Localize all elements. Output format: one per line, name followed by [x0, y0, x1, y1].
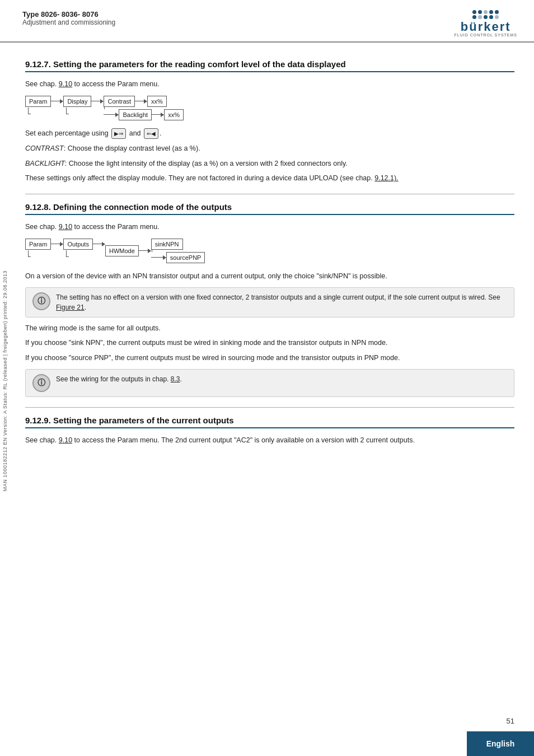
brand-tagline: FLUID CONTROL SYSTEMS — [454, 33, 517, 37]
section-9128-intro: See chap. 9.10 to access the Param menu. — [25, 222, 514, 232]
logo-dots — [472, 10, 499, 19]
fd2-hline2 — [93, 244, 102, 244]
fd2-hline4 — [154, 257, 163, 258]
fd2-arrow-seg1 — [51, 242, 63, 246]
fd2-param-row: Param — [25, 238, 63, 250]
fd-box-backlight: Backlight — [119, 109, 152, 120]
logo-dot — [484, 10, 488, 14]
fd2-box-param: Param — [25, 239, 51, 250]
fd-hline3 — [135, 101, 144, 101]
fd-backlight-arrow — [106, 113, 119, 117]
page-header: Type 8026- 8036- 8076 Adjustment and com… — [0, 0, 534, 43]
separator-2 — [25, 407, 514, 408]
document-type: Type 8026- 8036- 8076 — [22, 10, 115, 18]
logo-dot — [495, 15, 499, 19]
document-subtitle: Adjustment and commissioning — [22, 18, 115, 26]
header-left: Type 8026- 8036- 8076 Adjustment and com… — [22, 10, 115, 26]
link-figure21[interactable]: Figure 21 — [56, 304, 85, 311]
section-9127-backlight-para: BACKLIGHT: Choose the light intensity of… — [25, 158, 514, 169]
fd2-sink-col: sinkNPN sourcePNP — [151, 239, 205, 263]
note-box-1: ⓘ The setting has no effect on a version… — [25, 287, 514, 318]
link-9.10-3[interactable]: 9.10 — [59, 436, 72, 444]
backlight-label: BACKLIGHT — [25, 160, 65, 167]
section-9128-para3: If you choose "sink NPN", the current ou… — [25, 338, 514, 348]
fd2-hline3 — [139, 250, 148, 251]
section-9128-title: 9.12.8. Defining the connection mode of … — [25, 202, 232, 212]
fd-box-xx2: xx% — [164, 109, 184, 120]
main-content: 9.12.7. Setting the parameters for the r… — [0, 43, 534, 461]
section-9127-title: 9.12.7. Setting the parameters for the r… — [25, 59, 346, 69]
fd-contrast-row: Contrast xx% — [104, 96, 183, 107]
link-9.10-2[interactable]: 9.10 — [59, 223, 72, 231]
fd-corner-param — [28, 111, 31, 114]
fd2-sourcepnp-arrow — [154, 255, 166, 260]
fd2-corner-outputs — [66, 254, 69, 257]
brand-name: bürkert — [461, 21, 511, 33]
logo-dot — [495, 10, 499, 14]
fd2-box-sinknpn: sinkNPN — [151, 239, 183, 250]
sidebar-label: MAN 1000182212 EN Version: A Status: RL … — [2, 270, 8, 491]
fd-display-row: Display — [63, 95, 104, 108]
fd-hline — [51, 101, 60, 101]
section-9127-contrast-para: CONTRAST: Choose the display contrast le… — [25, 143, 514, 154]
note-box-2: ⓘ See the wiring for the outputs in chap… — [25, 369, 514, 397]
section-9129-intro: See chap. 9.10 to access the Param menu.… — [25, 435, 514, 446]
fd2-corner-param — [28, 254, 31, 257]
fd-corner-display — [66, 111, 69, 114]
fd-hline4 — [106, 114, 115, 115]
sidebar-text-area: MAN 1000182212 EN Version: A Status: RL … — [0, 45, 10, 717]
note-text-2: See the wiring for the outputs in chap. … — [56, 374, 507, 384]
note-icon-2: ⓘ — [32, 374, 50, 392]
section-9128-heading: 9.12.8. Defining the connection mode of … — [25, 202, 514, 215]
fd2-sourcepnp-row: sourcePNP — [151, 252, 205, 263]
fd-param-row: Param — [25, 95, 63, 108]
fd-backlight-row: Backlight xx% — [104, 109, 183, 120]
fd-hline2 — [91, 101, 100, 101]
link-9.10-1[interactable]: 9.10 — [59, 80, 72, 88]
note-text-1: The setting has no effect on a version w… — [56, 292, 507, 312]
footer-language: English — [467, 731, 534, 756]
section-9129-title: 9.12.9. Setting the parameters of the cu… — [25, 416, 234, 425]
fd-box-contrast: Contrast — [104, 96, 135, 107]
logo-dot — [478, 10, 482, 14]
section-9128-para4: If you choose "source PNP", the current … — [25, 353, 514, 363]
fd2-box-sourcepnp: sourcePNP — [166, 252, 205, 263]
fd-display-col: Display — [63, 95, 104, 114]
fd2-sinknpn-row: sinkNPN — [151, 239, 205, 250]
section-9127-set-para: Set each percentage using ▶⇒ and ⇐◀. — [25, 128, 514, 139]
section-9127-intro: See chap. 9.10 to access the Param menu. — [25, 79, 514, 90]
fd-branch-col: Contrast xx% Backlight — [104, 96, 183, 120]
section-9129-heading: 9.12.9. Setting the parameters of the cu… — [25, 416, 514, 428]
fd-arrow-seg2 — [91, 99, 104, 104]
link-9121[interactable]: 9.12.1). — [374, 174, 398, 182]
fd2-hwmode-col: HWMode sinkNPN — [105, 239, 205, 263]
logo-dot — [489, 10, 493, 14]
logo-dot — [478, 15, 482, 19]
note-icon-1: ⓘ — [32, 292, 50, 310]
fd-param-col: Param — [25, 95, 63, 114]
fd-arrow-seg — [51, 99, 63, 104]
logo-area: bürkert FLUID CONTROL SYSTEMS — [454, 10, 517, 37]
fd-box-xx1: xx% — [147, 96, 167, 107]
logo-dot — [472, 10, 476, 14]
page-number: 51 — [507, 717, 514, 725]
section-9128-para2: The wiring mode is the same for all outp… — [25, 323, 514, 334]
logo-dot — [472, 15, 476, 19]
fd2-param-col: Param — [25, 238, 63, 257]
fd2-hwmode-arrow — [139, 249, 151, 253]
fd-box-param: Param — [25, 96, 51, 107]
contrast-label: CONTRAST — [25, 144, 64, 152]
fd-hline5 — [152, 114, 161, 115]
fd-box-display: Display — [63, 96, 91, 107]
separator-1 — [25, 194, 514, 194]
fd2-outputs-col: Outputs — [63, 238, 105, 257]
section-9128-para1: On a version of the device with an NPN t… — [25, 271, 514, 282]
flow-diagram-1: Param Display — [25, 95, 514, 120]
fd2-hline1 — [51, 244, 60, 244]
logo-dot — [489, 15, 493, 19]
btn-icon-back: ⇐◀ — [144, 128, 158, 139]
section-9127-heading: 9.12.7. Setting the parameters for the r… — [25, 59, 514, 72]
flow-diagram-2: Param Outputs — [25, 238, 514, 263]
link-8.3[interactable]: 8.3 — [171, 375, 180, 383]
section-9127-settings-para: These settings only affect the display m… — [25, 173, 514, 184]
